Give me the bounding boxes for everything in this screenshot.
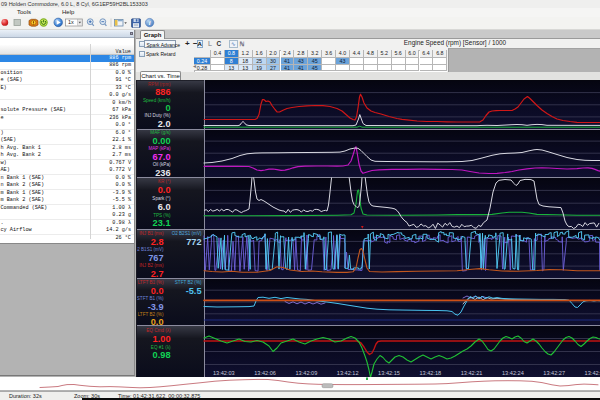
svg-text:236: 236 bbox=[155, 168, 170, 178]
svg-text:0.98: 0.98 bbox=[153, 350, 171, 360]
svg-text:Spark (°): Spark (°) bbox=[152, 196, 171, 201]
svg-text:-5.5: -5.5 bbox=[186, 286, 202, 296]
svg-text:767: 767 bbox=[148, 253, 163, 263]
svg-text:STFT B2 (%): STFT B2 (%) bbox=[175, 280, 202, 285]
svg-text:O2 B1S1 (mV): O2 B1S1 (mV) bbox=[137, 247, 164, 252]
svg-text:2.8: 2.8 bbox=[151, 237, 164, 247]
svg-text:13:42:06: 13:42:06 bbox=[254, 370, 276, 376]
svg-text:1x: 1x bbox=[68, 19, 74, 25]
svg-text:13:42:09: 13:42:09 bbox=[296, 370, 318, 376]
svg-text:MAP (kPa): MAP (kPa) bbox=[148, 146, 171, 151]
svg-text:886: 886 bbox=[155, 87, 170, 97]
svg-text:6.0: 6.0 bbox=[158, 202, 171, 212]
svg-text:EQ #1 (λ): EQ #1 (λ) bbox=[151, 345, 171, 350]
svg-text:23.1: 23.1 bbox=[153, 218, 171, 228]
svg-text:2.0: 2.0 bbox=[158, 119, 171, 129]
svg-text:Speed (km/h): Speed (km/h) bbox=[143, 98, 171, 103]
svg-text:RPM (rpm): RPM (rpm) bbox=[148, 82, 171, 87]
svg-text:Oil (kPa): Oil (kPa) bbox=[153, 162, 171, 167]
svg-text:0.0: 0.0 bbox=[151, 286, 164, 296]
svg-text:772: 772 bbox=[186, 237, 201, 247]
svg-text:13:42:03: 13:42:03 bbox=[213, 370, 235, 376]
svg-text:STFT B1 (%): STFT B1 (%) bbox=[137, 296, 164, 301]
svg-text:1.00: 1.00 bbox=[153, 334, 171, 344]
svg-text:-3.9: -3.9 bbox=[148, 302, 164, 312]
svg-text:13:42:12: 13:42:12 bbox=[337, 370, 359, 376]
svg-text:0.0: 0.0 bbox=[151, 317, 164, 327]
svg-text:INJ B1 (ms): INJ B1 (ms) bbox=[139, 231, 164, 236]
svg-text:TPS (%): TPS (%) bbox=[153, 213, 171, 218]
svg-text:2.7: 2.7 bbox=[151, 269, 164, 279]
svg-text:KR (°): KR (°) bbox=[158, 179, 171, 184]
svg-text:LTFT B1 (%): LTFT B1 (%) bbox=[138, 280, 164, 285]
svg-text:MAF (g/s): MAF (g/s) bbox=[150, 130, 171, 135]
svg-text:INJ Duty (%): INJ Duty (%) bbox=[144, 113, 171, 118]
svg-text:13:42:18: 13:42:18 bbox=[419, 370, 441, 376]
svg-text:13:42:27: 13:42:27 bbox=[543, 370, 565, 376]
svg-text:13:42:21: 13:42:21 bbox=[461, 370, 483, 376]
svg-text:0.00: 0.00 bbox=[153, 136, 171, 146]
svg-text:O2 B2S1 (mV): O2 B2S1 (mV) bbox=[172, 231, 202, 236]
svg-text:EQ Cmd (λ): EQ Cmd (λ) bbox=[146, 328, 171, 333]
svg-text:INJ B2 (ms): INJ B2 (ms) bbox=[139, 263, 164, 268]
svg-text:0: 0 bbox=[165, 103, 170, 113]
svg-text:13:42:24: 13:42:24 bbox=[502, 370, 524, 376]
svg-text:0.0: 0.0 bbox=[158, 185, 171, 195]
svg-text:i: i bbox=[149, 19, 151, 26]
svg-text:67.0: 67.0 bbox=[153, 152, 171, 162]
svg-text:13:42:30: 13:42:30 bbox=[585, 370, 600, 376]
svg-text:13:42:15: 13:42:15 bbox=[378, 370, 400, 376]
